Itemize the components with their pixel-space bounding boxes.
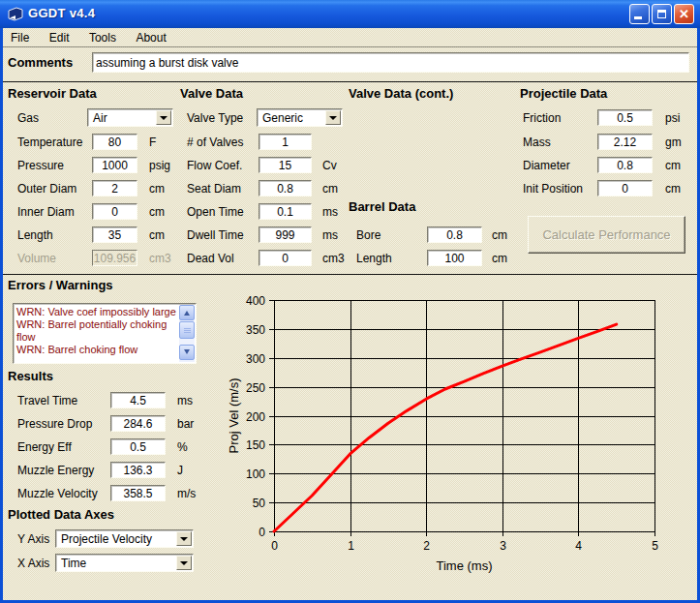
y-axis-dropdown-button[interactable]: [176, 531, 192, 546]
svg-text:5: 5: [652, 539, 658, 553]
separator-middle: [3, 274, 697, 275]
mass-input[interactable]: [597, 134, 653, 150]
open-time-label: Open Time: [187, 202, 244, 222]
svg-text:350: 350: [246, 323, 265, 337]
errors-listbox[interactable]: WRN: Valve coef impossibly large WRN: Ba…: [13, 303, 197, 364]
section-header-projectile: Projectile Data: [520, 86, 607, 101]
x-axis-dropdown-button[interactable]: [176, 556, 192, 570]
chevron-down-icon: [180, 561, 188, 565]
barrel-length-input[interactable]: [427, 250, 482, 266]
scroll-thumb[interactable]: [179, 321, 195, 339]
svg-text:Time (ms): Time (ms): [436, 558, 492, 573]
field-row: Init Position cm: [3, 179, 697, 198]
maximize-icon: [657, 10, 666, 18]
friction-label: Friction: [523, 108, 561, 128]
svg-text:300: 300: [246, 352, 265, 366]
section-header-results: Results: [8, 369, 53, 383]
x-axis-value: Time: [61, 557, 86, 570]
energy-eff-label: Energy Eff: [17, 437, 72, 457]
warning-item[interactable]: WRN: Valve coef impossibly large: [16, 306, 176, 318]
title-bar[interactable]: GGDT v4.4 ✕: [0, 0, 700, 28]
menu-tools[interactable]: Tools: [81, 29, 124, 47]
section-header-plotted-axes: Plotted Data Axes: [8, 507, 114, 522]
chevron-down-icon: [184, 349, 190, 354]
travel-time-unit: ms: [177, 391, 193, 410]
scroll-down-button[interactable]: [179, 345, 195, 360]
close-button[interactable]: ✕: [674, 4, 694, 24]
muzzle-velocity-label: Muzzle Velocity: [17, 484, 98, 503]
warning-item[interactable]: WRN: Barrel potentially choking flow: [16, 318, 176, 344]
y-axis-label: Y Axis: [17, 529, 49, 549]
calculate-performance-button[interactable]: Calculate Performance: [528, 216, 685, 254]
menu-about[interactable]: About: [128, 29, 173, 47]
svg-text:400: 400: [246, 294, 265, 308]
field-row: Mass gm: [3, 133, 697, 152]
svg-text:0: 0: [271, 539, 278, 553]
comments-label: Comments: [8, 55, 73, 70]
menu-file[interactable]: File: [3, 29, 37, 47]
diameter-unit: cm: [665, 156, 681, 175]
svg-text:200: 200: [246, 410, 265, 424]
open-time-unit: ms: [322, 202, 338, 222]
bore-unit: cm: [492, 226, 507, 245]
pressure-drop-unit: bar: [177, 414, 194, 434]
muzzle-velocity-unit: m/s: [177, 484, 196, 503]
svg-text:150: 150: [246, 438, 265, 452]
performance-chart: 012345050100150200250300350400Time (ms)P…: [223, 286, 697, 597]
energy-eff-unit: %: [177, 437, 188, 457]
app-icon: [8, 7, 23, 21]
open-time-input[interactable]: [259, 203, 312, 220]
menu-edit[interactable]: Edit: [42, 29, 77, 47]
travel-time-label: Travel Time: [17, 391, 77, 410]
scroll-up-button[interactable]: [179, 305, 195, 320]
svg-text:100: 100: [246, 467, 265, 481]
comments-input[interactable]: [92, 52, 689, 73]
energy-eff-output[interactable]: [110, 438, 166, 455]
minimize-button[interactable]: [629, 4, 650, 24]
y-axis-select[interactable]: Projectile Velocity: [55, 529, 194, 548]
field-row: Diameter cm: [3, 156, 697, 175]
mass-unit: gm: [665, 133, 682, 152]
init-position-unit: cm: [665, 179, 681, 198]
muzzle-velocity-output[interactable]: [110, 485, 166, 501]
travel-time-output[interactable]: [110, 392, 166, 408]
muzzle-energy-unit: J: [177, 461, 183, 480]
x-axis-select[interactable]: Time: [55, 554, 194, 572]
separator-top: [3, 81, 697, 82]
friction-input[interactable]: [597, 109, 653, 126]
svg-text:250: 250: [246, 381, 265, 395]
section-header-reservoir: Reservoir Data: [8, 86, 97, 101]
menu-bar: File Edit Tools About: [3, 28, 697, 47]
diameter-input[interactable]: [597, 157, 653, 173]
errors-list: WRN: Valve coef impossibly large WRN: Ba…: [16, 306, 176, 356]
y-axis-value: Projectile Velocity: [61, 532, 152, 546]
muzzle-energy-output[interactable]: [110, 462, 166, 478]
chevron-up-icon: [184, 311, 190, 316]
barrel-length-label: Length: [356, 249, 392, 268]
svg-text:1: 1: [348, 539, 354, 553]
minimize-icon: [634, 16, 642, 19]
bore-input[interactable]: [427, 226, 482, 243]
init-position-input[interactable]: [597, 180, 653, 196]
pressure-drop-output[interactable]: [110, 415, 166, 432]
x-axis-label: X Axis: [17, 554, 49, 573]
barrel-length-unit: cm: [492, 249, 507, 268]
app-window: GGDT v4.4 ✕ File Edit Tools About Commen…: [0, 0, 700, 603]
mass-label: Mass: [523, 133, 551, 152]
svg-text:2: 2: [423, 539, 430, 553]
section-header-barrel: Barrel Data: [349, 199, 415, 214]
warning-item[interactable]: WRN: Barrel choking flow: [16, 344, 176, 356]
pressure-drop-label: Pressure Drop: [17, 414, 92, 434]
svg-text:3: 3: [500, 539, 506, 553]
field-row: Friction psi: [3, 108, 697, 128]
app-body: File Edit Tools About Comments Reservoir…: [3, 28, 697, 600]
close-icon: ✕: [679, 7, 689, 21]
diameter-label: Diameter: [523, 156, 570, 175]
maximize-button[interactable]: [652, 4, 672, 24]
grip-icon: [184, 328, 191, 329]
bore-label: Bore: [356, 226, 380, 245]
svg-text:0: 0: [259, 526, 265, 539]
chevron-down-icon: [180, 537, 188, 541]
muzzle-energy-label: Muzzle Energy: [17, 461, 94, 480]
errors-scrollbar[interactable]: [179, 305, 195, 362]
